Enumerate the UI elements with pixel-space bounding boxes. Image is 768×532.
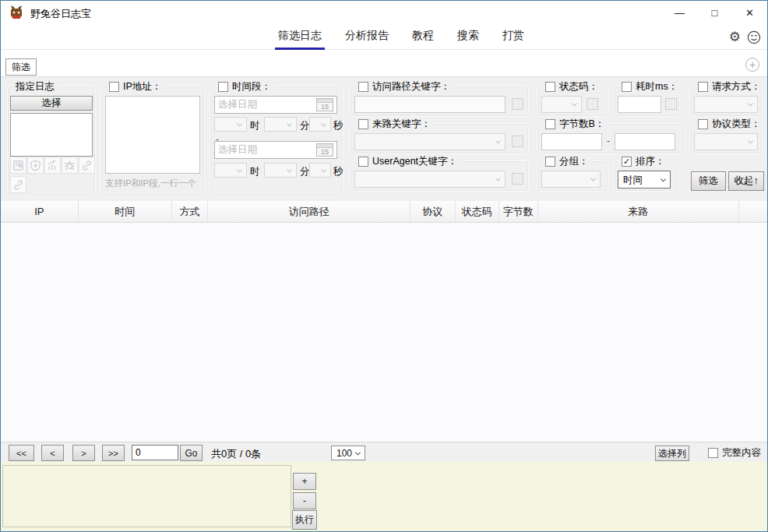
status-code-checkbox[interactable] — [545, 82, 555, 92]
bottom-left-pane[interactable] — [2, 465, 291, 527]
protocol-select[interactable] — [694, 133, 758, 150]
referer-keyword-option-button[interactable] — [512, 136, 523, 147]
tab-analysis-report[interactable]: 分析报告 — [342, 24, 392, 50]
prev-page-button[interactable]: < — [41, 445, 64, 461]
full-content-toggle: 完整内容 — [708, 446, 761, 460]
method-select[interactable] — [694, 96, 758, 113]
plus-button[interactable]: + — [293, 473, 316, 490]
path-keyword-input[interactable] — [354, 96, 506, 113]
bytes-max-input[interactable] — [615, 133, 675, 150]
pagination-bar: << < > >> Go 共0页 / 0条 100 选择列 完整内容 — [1, 442, 767, 462]
tab-tutorial[interactable]: 教程 — [409, 24, 437, 50]
ip-textarea[interactable] — [105, 96, 200, 174]
column-ip[interactable]: IP — [1, 201, 79, 222]
referer-keyword-checkbox[interactable] — [358, 119, 368, 129]
end-hour-select[interactable] — [214, 163, 247, 178]
calendar-icon-2[interactable]: 15 — [316, 143, 333, 157]
bytes-label: 字节数B： — [559, 118, 604, 131]
first-page-button[interactable]: << — [9, 445, 34, 461]
column-bytes[interactable]: 字节数 — [499, 201, 538, 222]
minus-button[interactable]: - — [293, 492, 316, 509]
method-checkbox[interactable] — [698, 82, 708, 92]
full-content-checkbox[interactable] — [708, 448, 718, 458]
filter-button[interactable]: 筛选 — [691, 171, 726, 191]
menu-right-icons: ⚙ — [729, 24, 761, 50]
ip-checkbox[interactable] — [109, 82, 119, 92]
next-page-button[interactable]: > — [72, 445, 95, 461]
sort-checkbox[interactable]: ✓ — [622, 157, 632, 167]
last-page-button[interactable]: >> — [102, 445, 125, 461]
link2-icon[interactable] — [10, 176, 26, 193]
spider-icon[interactable] — [62, 157, 78, 174]
select-log-button[interactable]: 选择 — [10, 96, 93, 111]
column-method[interactable]: 方式 — [172, 201, 209, 222]
tab-donate[interactable]: 打赏 — [499, 24, 527, 50]
elapsed-label: 耗时ms： — [636, 80, 678, 93]
title-bar: 野兔谷日志宝 — □ ✕ — [1, 1, 767, 24]
status-code-option-button[interactable] — [587, 98, 598, 110]
page-size-select[interactable]: 100 — [331, 446, 365, 460]
start-date-input[interactable]: 选择日期 15 — [214, 96, 337, 114]
column-time[interactable]: 时间 — [79, 201, 172, 222]
column-protocol[interactable]: 协议 — [410, 201, 456, 222]
shield-plus-icon[interactable] — [27, 157, 44, 174]
menu-bar: 筛选日志 分析报告 教程 搜索 打赏 ⚙ — [1, 24, 767, 50]
chart-icon[interactable] — [44, 157, 61, 174]
execute-button[interactable]: 执行 — [292, 510, 317, 530]
column-path[interactable]: 访问路径 — [208, 201, 410, 222]
link-icon[interactable] — [79, 157, 95, 174]
filter-tab[interactable]: 筛选 — [5, 58, 37, 76]
second-label: 秒 — [333, 119, 343, 132]
bytes-min-input[interactable] — [541, 133, 602, 150]
elapsed-checkbox[interactable] — [622, 82, 632, 92]
status-code-label: 状态码： — [559, 80, 598, 93]
end-date-input[interactable]: 选择日期 15 — [214, 141, 337, 159]
app-logo-icon — [9, 5, 24, 20]
collapse-button[interactable]: 收起↑ — [728, 171, 764, 191]
column-referer[interactable]: 来路 — [538, 201, 739, 222]
menu-items: 筛选日志 分析报告 教程 搜索 打赏 — [275, 24, 527, 50]
groupby-select[interactable] — [541, 171, 601, 188]
start-date-placeholder: 选择日期 — [218, 98, 316, 111]
calendar-icon[interactable]: 15 — [316, 98, 333, 111]
end-second-select[interactable] — [309, 163, 331, 178]
elapsed-input[interactable] — [618, 96, 661, 113]
time-checkbox[interactable] — [218, 82, 228, 92]
status-code-select[interactable] — [541, 96, 582, 113]
sort-value: 时间 — [623, 174, 643, 185]
settings-gear-icon[interactable]: ⚙ — [729, 30, 741, 44]
minute-label: 分 — [300, 119, 310, 132]
sort-select[interactable]: 时间 — [618, 171, 671, 188]
ip-hint: 支持IP和IP段,一行一个 — [105, 178, 196, 189]
end-minute-select[interactable] — [264, 163, 297, 178]
useragent-keyword-select[interactable] — [354, 171, 506, 188]
path-keyword-checkbox[interactable] — [358, 82, 368, 92]
useragent-keyword-checkbox[interactable] — [358, 157, 368, 167]
select-columns-button[interactable]: 选择列 — [655, 446, 689, 461]
useragent-keyword-option-button[interactable] — [512, 173, 523, 185]
protocol-checkbox[interactable] — [698, 119, 708, 129]
log-listbox[interactable] — [10, 113, 93, 157]
tab-search[interactable]: 搜索 — [454, 24, 482, 50]
smiley-face-icon[interactable] — [747, 30, 761, 44]
tab-filter-log[interactable]: 筛选日志 — [275, 24, 325, 50]
add-tab-icon[interactable]: + — [745, 58, 759, 72]
log-group-label: 指定日志 — [16, 80, 55, 93]
maximize-button[interactable]: □ — [697, 1, 732, 24]
groupby-checkbox[interactable] — [545, 157, 555, 167]
start-minute-select[interactable] — [264, 117, 297, 132]
path-keyword-option-button[interactable] — [512, 98, 523, 110]
page-size-value: 100 — [336, 448, 352, 459]
sort-label: 排序： — [636, 155, 665, 168]
start-hour-select[interactable] — [214, 117, 247, 132]
close-button[interactable]: ✕ — [732, 1, 767, 24]
minimize-button[interactable]: — — [662, 1, 697, 24]
log-file-icon[interactable] — [10, 157, 26, 174]
go-button[interactable]: Go — [180, 445, 203, 461]
column-status[interactable]: 状态码 — [456, 201, 499, 222]
page-number-input[interactable] — [132, 445, 178, 460]
bytes-checkbox[interactable] — [545, 119, 555, 129]
referer-keyword-select[interactable] — [354, 133, 506, 150]
start-second-select[interactable] — [309, 117, 331, 132]
elapsed-option-button[interactable] — [665, 98, 677, 110]
